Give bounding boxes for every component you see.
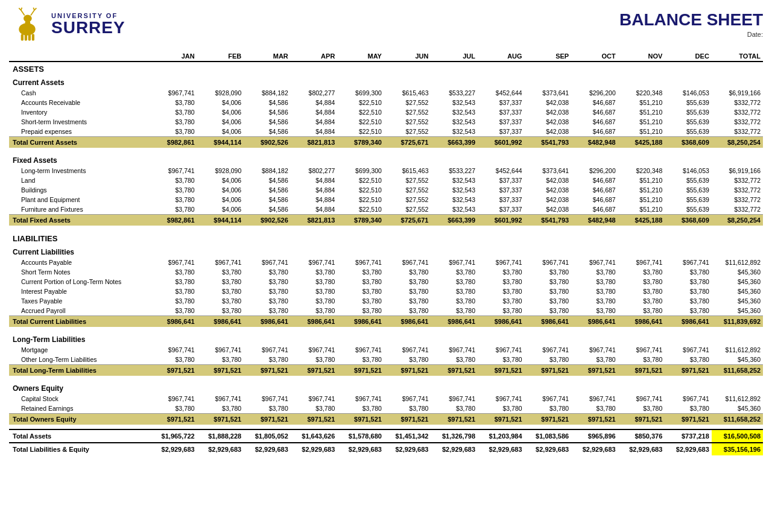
logo-text: UNIVERSITY OF SURREY: [51, 12, 125, 36]
row-label: Plant and Equipment: [9, 195, 150, 204]
cell-value: $3,780: [525, 355, 572, 365]
cell-value: $42,038: [525, 176, 572, 185]
cell-value: $971,521: [384, 414, 431, 425]
cell-value: $46,687: [571, 176, 618, 185]
cell-value: $967,741: [571, 345, 618, 355]
svg-point-2: [24, 15, 32, 22]
table-row: Land$3,780$4,006$4,586$4,884$22,510$27,5…: [9, 176, 763, 185]
table-row: Prepaid expenses$3,780$4,006$4,586$4,884…: [9, 127, 763, 137]
table-row: Total Owners Equity$971,521$971,521$971,…: [9, 414, 763, 425]
cell-value: $967,741: [571, 258, 618, 267]
cell-value: $971,521: [525, 414, 572, 425]
table-row: Taxes Payable$3,780$3,780$3,780$3,780$3,…: [9, 296, 763, 306]
cell-value: $3,780: [478, 404, 525, 414]
cell-value: $2,929,683: [337, 443, 384, 455]
cell-value: $4,884: [291, 107, 338, 117]
cell-value: $22,510: [337, 127, 384, 137]
cell-value: $51,210: [618, 195, 665, 204]
cell-value: $45,360: [712, 287, 763, 296]
cell-value: $967,741: [150, 88, 197, 98]
cell-value: $4,006: [197, 185, 244, 195]
cell-value: $986,641: [431, 316, 478, 328]
cell-value: $737,218: [665, 429, 712, 443]
cell-value: $3,780: [150, 277, 197, 287]
cell-value: $967,741: [618, 394, 665, 404]
cell-value: $46,687: [571, 117, 618, 127]
cell-value: $425,188: [618, 215, 665, 226]
cell-value: $22,510: [337, 107, 384, 117]
cell-value: $971,521: [618, 365, 665, 376]
cell-value: $45,360: [712, 404, 763, 414]
subsection-label: Long-Term Liabilities: [9, 332, 763, 345]
cell-value: $4,006: [197, 117, 244, 127]
row-label: Current Portion of Long-Term Notes: [9, 277, 150, 287]
cell-value: $373,641: [525, 88, 572, 98]
cell-value: $3,780: [665, 267, 712, 277]
cell-value: $27,552: [384, 195, 431, 204]
cell-value: $944,114: [197, 137, 244, 148]
col-feb: FEB: [197, 51, 244, 62]
cell-value: $725,671: [384, 215, 431, 226]
cell-value: $3,780: [431, 287, 478, 296]
svg-rect-9: [21, 34, 24, 40]
cell-value: $3,780: [337, 287, 384, 296]
cell-value: $3,780: [665, 296, 712, 306]
cell-value: $42,038: [525, 185, 572, 195]
cell-value: $1,578,680: [337, 429, 384, 443]
row-label: Total Liabilities & Equity: [9, 443, 150, 455]
cell-value: $3,780: [291, 355, 338, 365]
date-label: Date:: [619, 31, 763, 38]
cell-value: $2,929,683: [291, 443, 338, 455]
cell-value: $32,543: [431, 176, 478, 185]
cell-value: $971,521: [197, 365, 244, 376]
cell-value: $51,210: [618, 204, 665, 215]
cell-value: $51,210: [618, 176, 665, 185]
cell-value: $971,521: [431, 414, 478, 425]
cell-value: $37,337: [478, 98, 525, 107]
row-label: Total Current Assets: [9, 137, 150, 148]
cell-value: $3,780: [431, 277, 478, 287]
cell-value: $332,772: [712, 127, 763, 137]
cell-value: $967,741: [431, 394, 478, 404]
cell-value: $51,210: [618, 185, 665, 195]
cell-value: $3,780: [665, 277, 712, 287]
cell-value: $37,337: [478, 195, 525, 204]
table-row: Total Liabilities & Equity$2,929,683$2,9…: [9, 443, 763, 455]
cell-value: $967,741: [665, 345, 712, 355]
cell-value: $27,552: [384, 176, 431, 185]
cell-value: $1,326,798: [431, 429, 478, 443]
cell-value: $3,780: [478, 277, 525, 287]
cell-value: $725,671: [384, 137, 431, 148]
row-label: Cash: [9, 88, 150, 98]
cell-value: $55,639: [665, 107, 712, 117]
cell-value: $51,210: [618, 127, 665, 137]
cell-value: $3,780: [431, 355, 478, 365]
cell-value: $967,741: [244, 258, 291, 267]
cell-value: $4,006: [197, 195, 244, 204]
row-label: Total Long-Term Liabilities: [9, 365, 150, 376]
cell-value: $967,741: [431, 345, 478, 355]
cell-value: $55,639: [665, 98, 712, 107]
cell-value: $3,780: [150, 117, 197, 127]
cell-value: $3,780: [431, 306, 478, 316]
cell-value: $42,038: [525, 195, 572, 204]
cell-value: $982,861: [150, 215, 197, 226]
cell-value: $3,780: [291, 267, 338, 277]
cell-value: $967,741: [384, 345, 431, 355]
cell-value: $11,612,892: [712, 258, 763, 267]
table-row: Buildings$3,780$4,006$4,586$4,884$22,510…: [9, 185, 763, 195]
cell-value: $4,884: [291, 195, 338, 204]
cell-value: $663,399: [431, 137, 478, 148]
title-area: BALANCE SHEET Date:: [619, 10, 763, 38]
table-row: Total Assets$1,965,722$1,888,228$1,805,0…: [9, 429, 763, 443]
cell-value: $3,780: [150, 287, 197, 296]
table-row: Cash$967,741$928,090$884,182$802,277$699…: [9, 88, 763, 98]
cell-value: $32,543: [431, 117, 478, 127]
row-label: Total Assets: [9, 429, 150, 443]
cell-value: $4,586: [244, 127, 291, 137]
cell-value: $4,586: [244, 117, 291, 127]
subsection-header-row: Fixed Assets: [9, 153, 763, 166]
subsection-header-row: Current Assets: [9, 75, 763, 88]
cell-value: $3,780: [197, 267, 244, 277]
cell-value: $986,641: [478, 316, 525, 328]
